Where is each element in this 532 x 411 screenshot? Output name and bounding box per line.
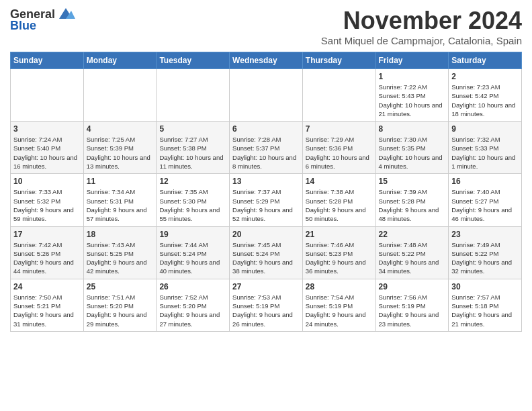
day-of-week-header: Monday (83, 52, 157, 69)
day-number: 19 (159, 230, 226, 239)
day-number: 27 (232, 282, 300, 291)
day-info: Sunrise: 7:37 AM Sunset: 5:29 PM Dayligh… (232, 187, 300, 223)
day-info: Sunrise: 7:57 AM Sunset: 5:18 PM Dayligh… (451, 293, 519, 328)
calendar-week-row: 10Sunrise: 7:33 AM Sunset: 5:32 PM Dayli… (11, 174, 522, 226)
day-info: Sunrise: 7:50 AM Sunset: 5:21 PM Dayligh… (13, 293, 81, 328)
day-info: Sunrise: 7:35 AM Sunset: 5:30 PM Dayligh… (159, 187, 226, 223)
day-number: 10 (13, 177, 81, 186)
day-info: Sunrise: 7:53 AM Sunset: 5:19 PM Dayligh… (232, 293, 300, 328)
location-subtitle: Sant Miquel de Campmajor, Catalonia, Spa… (321, 35, 522, 46)
day-info: Sunrise: 7:23 AM Sunset: 5:42 PM Dayligh… (451, 83, 519, 118)
calendar-day-cell: 3Sunrise: 7:24 AM Sunset: 5:40 PM Daylig… (11, 122, 84, 174)
month-title: November 2024 (321, 7, 522, 35)
calendar-day-cell: 5Sunrise: 7:27 AM Sunset: 5:38 PM Daylig… (157, 122, 230, 174)
calendar-day-cell: 26Sunrise: 7:52 AM Sunset: 5:20 PM Dayli… (157, 279, 230, 331)
calendar-day-cell: 19Sunrise: 7:44 AM Sunset: 5:24 PM Dayli… (157, 226, 230, 279)
calendar-day-cell: 30Sunrise: 7:57 AM Sunset: 5:18 PM Dayli… (449, 279, 522, 331)
logo-blue-text: Blue (10, 19, 36, 33)
day-info: Sunrise: 7:29 AM Sunset: 5:36 PM Dayligh… (306, 135, 373, 171)
day-number: 2 (451, 72, 519, 81)
calendar-day-cell: 14Sunrise: 7:38 AM Sunset: 5:28 PM Dayli… (302, 174, 375, 226)
title-block: November 2024 Sant Miquel de Campmajor, … (321, 7, 522, 46)
day-number: 13 (232, 177, 300, 186)
day-number: 26 (159, 282, 226, 291)
calendar-day-cell: 15Sunrise: 7:39 AM Sunset: 5:28 PM Dayli… (375, 174, 449, 226)
day-number: 28 (306, 282, 373, 291)
calendar-day-cell: 20Sunrise: 7:45 AM Sunset: 5:24 PM Dayli… (230, 226, 303, 279)
day-info: Sunrise: 7:44 AM Sunset: 5:24 PM Dayligh… (159, 240, 226, 276)
calendar-day-cell: 13Sunrise: 7:37 AM Sunset: 5:29 PM Dayli… (230, 174, 303, 226)
calendar-day-cell: 17Sunrise: 7:42 AM Sunset: 5:26 PM Dayli… (11, 226, 84, 279)
day-info: Sunrise: 7:38 AM Sunset: 5:28 PM Dayligh… (306, 187, 373, 223)
calendar-day-cell (11, 69, 84, 122)
day-info: Sunrise: 7:43 AM Sunset: 5:25 PM Dayligh… (87, 240, 154, 276)
day-info: Sunrise: 7:56 AM Sunset: 5:19 PM Dayligh… (379, 293, 446, 328)
day-info: Sunrise: 7:32 AM Sunset: 5:33 PM Dayligh… (451, 135, 519, 171)
logo: General Blue (10, 7, 75, 33)
day-number: 20 (232, 230, 300, 239)
day-info: Sunrise: 7:54 AM Sunset: 5:19 PM Dayligh… (306, 293, 373, 328)
day-info: Sunrise: 7:51 AM Sunset: 5:20 PM Dayligh… (87, 293, 154, 328)
day-number: 1 (379, 72, 446, 81)
day-number: 29 (379, 282, 446, 291)
calendar-day-cell: 25Sunrise: 7:51 AM Sunset: 5:20 PM Dayli… (83, 279, 157, 331)
day-number: 6 (232, 124, 300, 134)
day-of-week-header: Thursday (302, 52, 375, 69)
day-info: Sunrise: 7:28 AM Sunset: 5:37 PM Dayligh… (232, 135, 300, 171)
day-info: Sunrise: 7:39 AM Sunset: 5:28 PM Dayligh… (379, 187, 446, 223)
day-info: Sunrise: 7:49 AM Sunset: 5:22 PM Dayligh… (451, 240, 519, 276)
day-number: 17 (13, 230, 81, 239)
day-number: 22 (379, 230, 446, 239)
calendar-day-cell: 28Sunrise: 7:54 AM Sunset: 5:19 PM Dayli… (302, 279, 375, 331)
calendar-day-cell: 18Sunrise: 7:43 AM Sunset: 5:25 PM Dayli… (83, 226, 157, 279)
calendar-day-cell: 7Sunrise: 7:29 AM Sunset: 5:36 PM Daylig… (302, 122, 375, 174)
day-info: Sunrise: 7:45 AM Sunset: 5:24 PM Dayligh… (232, 240, 300, 276)
day-info: Sunrise: 7:24 AM Sunset: 5:40 PM Dayligh… (13, 135, 81, 171)
calendar-day-cell: 2Sunrise: 7:23 AM Sunset: 5:42 PM Daylig… (449, 69, 522, 122)
day-info: Sunrise: 7:42 AM Sunset: 5:26 PM Dayligh… (13, 240, 81, 276)
day-number: 24 (13, 282, 81, 291)
day-number: 18 (87, 230, 154, 239)
calendar-week-row: 24Sunrise: 7:50 AM Sunset: 5:21 PM Dayli… (11, 279, 522, 331)
calendar-table: SundayMondayTuesdayWednesdayThursdayFrid… (10, 52, 522, 332)
calendar-day-cell (83, 69, 157, 122)
day-info: Sunrise: 7:30 AM Sunset: 5:35 PM Dayligh… (379, 135, 446, 171)
day-info: Sunrise: 7:46 AM Sunset: 5:23 PM Dayligh… (306, 240, 373, 276)
day-number: 7 (306, 124, 373, 134)
day-number: 11 (87, 177, 154, 186)
page-header: General Blue November 2024 Sant Miquel d… (10, 7, 522, 46)
day-info: Sunrise: 7:48 AM Sunset: 5:22 PM Dayligh… (379, 240, 446, 276)
day-info: Sunrise: 7:25 AM Sunset: 5:39 PM Dayligh… (87, 135, 154, 171)
day-of-week-header: Sunday (11, 52, 84, 69)
calendar-header-row: SundayMondayTuesdayWednesdayThursdayFrid… (11, 52, 522, 69)
day-info: Sunrise: 7:52 AM Sunset: 5:20 PM Dayligh… (159, 293, 226, 328)
day-number: 15 (379, 177, 446, 186)
calendar-week-row: 3Sunrise: 7:24 AM Sunset: 5:40 PM Daylig… (11, 122, 522, 174)
calendar-day-cell: 1Sunrise: 7:22 AM Sunset: 5:43 PM Daylig… (375, 69, 449, 122)
day-number: 9 (451, 124, 519, 134)
calendar-day-cell (157, 69, 230, 122)
day-number: 30 (451, 282, 519, 291)
calendar-day-cell: 4Sunrise: 7:25 AM Sunset: 5:39 PM Daylig… (83, 122, 157, 174)
calendar-day-cell: 11Sunrise: 7:34 AM Sunset: 5:31 PM Dayli… (83, 174, 157, 226)
day-info: Sunrise: 7:33 AM Sunset: 5:32 PM Dayligh… (13, 187, 81, 223)
calendar-day-cell: 9Sunrise: 7:32 AM Sunset: 5:33 PM Daylig… (449, 122, 522, 174)
calendar-week-row: 1Sunrise: 7:22 AM Sunset: 5:43 PM Daylig… (11, 69, 522, 122)
day-info: Sunrise: 7:22 AM Sunset: 5:43 PM Dayligh… (379, 83, 446, 118)
calendar-day-cell: 23Sunrise: 7:49 AM Sunset: 5:22 PM Dayli… (449, 226, 522, 279)
calendar-day-cell: 22Sunrise: 7:48 AM Sunset: 5:22 PM Dayli… (375, 226, 449, 279)
day-number: 8 (379, 124, 446, 134)
day-of-week-header: Wednesday (230, 52, 303, 69)
calendar-day-cell: 12Sunrise: 7:35 AM Sunset: 5:30 PM Dayli… (157, 174, 230, 226)
calendar-day-cell: 27Sunrise: 7:53 AM Sunset: 5:19 PM Dayli… (230, 279, 303, 331)
calendar-day-cell: 29Sunrise: 7:56 AM Sunset: 5:19 PM Dayli… (375, 279, 449, 331)
calendar-day-cell (302, 69, 375, 122)
logo-icon (56, 7, 75, 21)
calendar-day-cell: 24Sunrise: 7:50 AM Sunset: 5:21 PM Dayli… (11, 279, 84, 331)
calendar-day-cell (230, 69, 303, 122)
calendar-day-cell: 10Sunrise: 7:33 AM Sunset: 5:32 PM Dayli… (11, 174, 84, 226)
day-number: 16 (451, 177, 519, 186)
calendar-day-cell: 6Sunrise: 7:28 AM Sunset: 5:37 PM Daylig… (230, 122, 303, 174)
calendar-day-cell: 8Sunrise: 7:30 AM Sunset: 5:35 PM Daylig… (375, 122, 449, 174)
day-info: Sunrise: 7:27 AM Sunset: 5:38 PM Dayligh… (159, 135, 226, 171)
